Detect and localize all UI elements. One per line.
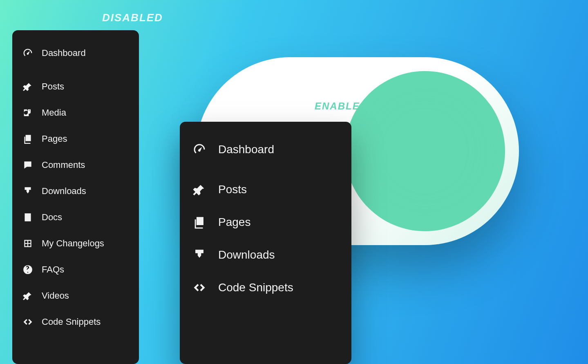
sidebar-item-pages[interactable]: Pages	[12, 126, 139, 152]
gauge-icon	[22, 47, 34, 59]
sidebar-item-label: Pages	[42, 134, 67, 144]
sidebar-item-code-snippets[interactable]: Code Snippets	[12, 309, 139, 335]
stack-icon	[192, 215, 207, 230]
sidebar-item-label: Code Snippets	[218, 281, 293, 294]
toggle-knob[interactable]	[345, 71, 505, 231]
comment-icon	[22, 159, 34, 171]
sidebar-item-pages[interactable]: Pages	[180, 206, 351, 239]
download-icon	[22, 185, 34, 197]
sidebar-item-label: Videos	[42, 290, 69, 301]
code-icon	[22, 316, 34, 328]
code-icon	[192, 280, 207, 295]
sidebar-item-label: Posts	[42, 81, 64, 92]
pin-icon	[22, 81, 34, 92]
sidebar-item-label: Docs	[42, 212, 62, 223]
sidebar-item-posts[interactable]: Posts	[12, 74, 139, 100]
sidebar-item-label: My Changelogs	[42, 238, 104, 249]
sidebar-item-label: Dashboard	[218, 143, 274, 156]
disabled-label: DISABLED	[102, 11, 163, 24]
sidebar-item-label: FAQs	[42, 264, 64, 275]
sidebar-item-changelogs[interactable]: My Changelogs	[12, 230, 139, 257]
sidebar-item-label: Comments	[42, 160, 85, 170]
pin-icon	[22, 290, 34, 301]
grid-icon	[22, 238, 34, 249]
sidebar-item-label: Posts	[218, 183, 247, 196]
sidebar-item-label: Code Snippets	[42, 317, 101, 327]
sidebar-item-media[interactable]: Media	[12, 100, 139, 126]
sidebar-disabled: Dashboard Posts Media Pages Comments Dow…	[12, 30, 139, 364]
pin-icon	[192, 182, 207, 197]
sidebar-item-posts[interactable]: Posts	[180, 173, 351, 206]
sidebar-item-label: Downloads	[42, 186, 86, 197]
stack-icon	[22, 133, 34, 145]
sidebar-item-comments[interactable]: Comments	[12, 152, 139, 178]
gauge-icon	[192, 142, 207, 157]
sidebar-item-label: Downloads	[218, 248, 275, 261]
sidebar-item-videos[interactable]: Videos	[12, 283, 139, 309]
sidebar-item-docs[interactable]: Docs	[12, 204, 139, 230]
sidebar-enabled: Dashboard Posts Pages Downloads Code Sni…	[180, 122, 351, 364]
sidebar-item-label: Pages	[218, 216, 250, 229]
doc-icon	[22, 212, 34, 223]
question-icon	[22, 264, 34, 275]
sidebar-item-dashboard[interactable]: Dashboard	[180, 133, 351, 166]
sidebar-item-downloads[interactable]: Downloads	[180, 239, 351, 271]
camera-music-icon	[22, 107, 34, 118]
sidebar-item-label: Media	[42, 107, 66, 118]
sidebar-item-faqs[interactable]: FAQs	[12, 257, 139, 283]
enabled-label: ENABLED	[315, 100, 368, 112]
sidebar-item-code-snippets[interactable]: Code Snippets	[180, 271, 351, 304]
sidebar-item-dashboard[interactable]: Dashboard	[12, 40, 139, 66]
download-icon	[192, 248, 207, 262]
sidebar-item-label: Dashboard	[42, 48, 86, 58]
sidebar-item-downloads[interactable]: Downloads	[12, 178, 139, 204]
